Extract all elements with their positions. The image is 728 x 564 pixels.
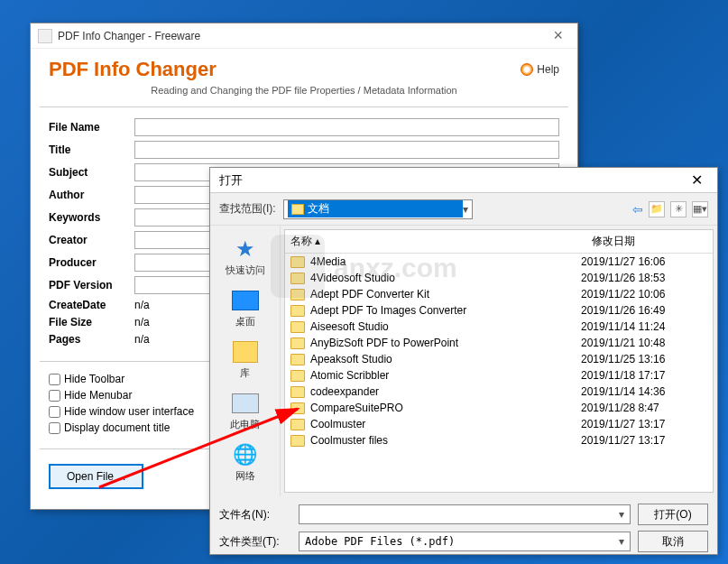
new-folder-icon[interactable]: ✳ (670, 201, 687, 217)
list-item[interactable]: CompareSuitePRO2019/11/28 8:47 (285, 400, 713, 416)
place-library[interactable]: 库 (210, 334, 280, 385)
chevron-down-icon: ▾ (619, 535, 624, 548)
dialog-bottom: 文件名(N): ▾ 打开(O) 文件类型(T): Adobe PDF Files… (210, 496, 717, 564)
file-list-header: 名称 ▴ 修改日期 (285, 230, 713, 254)
chevron-down-icon: ▾ (463, 203, 468, 216)
folder-icon (290, 370, 305, 382)
place-network[interactable]: 🌐网络 (210, 437, 280, 488)
dialog-title: 打开 (219, 172, 243, 189)
check-hide-toolbar[interactable] (49, 374, 60, 385)
folder-icon (290, 256, 305, 268)
titlebar[interactable]: PDF Info Changer - Freeware × (31, 23, 577, 49)
file-list[interactable]: 名称 ▴ 修改日期 4Media2019/11/27 16:064Videoso… (284, 229, 714, 493)
open-button[interactable]: 打开(O) (638, 504, 708, 525)
open-dialog: 打开 ✕ 查找范围(I): 文档 ▾ ⇦ 📁 ✳ ▦▾ ★快速访问 桌面 库 此… (209, 167, 718, 555)
list-item[interactable]: codeexpander2019/11/14 14:36 (285, 384, 713, 400)
list-item[interactable]: 4Media2019/11/27 16:06 (285, 254, 713, 270)
col-date[interactable]: 修改日期 (586, 230, 713, 253)
folder-icon (290, 402, 305, 414)
input-filename[interactable] (134, 118, 559, 136)
close-icon[interactable]: × (546, 26, 570, 45)
cancel-button[interactable]: 取消 (638, 531, 708, 552)
check-hide-menubar[interactable] (49, 390, 60, 402)
chevron-down-icon: ▾ (619, 508, 624, 521)
list-item[interactable]: Adept PDF To Images Converter2019/11/26 … (285, 302, 713, 319)
app-title: PDF Info Changer (49, 58, 217, 81)
list-item[interactable]: Aiseesoft Studio2019/11/14 11:24 (285, 319, 713, 335)
up-folder-icon[interactable]: 📁 (649, 201, 665, 217)
label-creator: Creator (49, 234, 134, 246)
label-subject: Subject (49, 166, 134, 179)
list-item[interactable]: 4Videosoft Studio2019/11/26 18:53 (285, 270, 713, 286)
desktop-icon (232, 291, 259, 310)
filename-label: 文件名(N): (219, 507, 291, 522)
dialog-close-icon[interactable]: ✕ (686, 171, 708, 189)
label-pages: Pages (49, 333, 134, 346)
window-title: PDF Info Changer - Freeware (58, 30, 200, 42)
subtitle: Reading and Changing the PDF file Proper… (49, 85, 559, 96)
input-title[interactable] (134, 141, 559, 159)
list-item[interactable]: Atomic Scribbler2019/11/18 17:17 (285, 367, 713, 384)
place-quick[interactable]: ★快速访问 (210, 231, 280, 282)
label-pdfversion: PDF Version (49, 279, 134, 291)
folder-icon (290, 337, 305, 349)
label-producer: Producer (49, 256, 134, 269)
lookin-label: 查找范围(I): (219, 201, 276, 217)
label-filename: File Name (49, 121, 134, 134)
app-icon (38, 29, 52, 43)
pc-icon (232, 393, 259, 413)
folder-icon (290, 321, 305, 333)
check-display-doctitle[interactable] (49, 422, 60, 434)
list-item[interactable]: Apeaksoft Studio2019/11/25 13:16 (285, 351, 713, 367)
list-item[interactable]: Coolmuster2019/11/27 13:17 (285, 416, 713, 432)
label-author: Author (49, 189, 134, 201)
folder-icon (290, 273, 305, 284)
lookin-select[interactable]: 文档 ▾ (283, 199, 473, 219)
dialog-body: ★快速访问 桌面 库 此电脑 🌐网络 名称 ▴ 修改日期 4Media2019/… (210, 226, 717, 496)
sort-asc-icon: ▴ (315, 235, 320, 247)
view-menu-icon[interactable]: ▦▾ (692, 201, 708, 217)
dialog-toolbar: 查找范围(I): 文档 ▾ ⇦ 📁 ✳ ▦▾ (210, 193, 717, 226)
library-icon (233, 341, 258, 363)
folder-icon (290, 386, 305, 398)
folder-icon (290, 289, 305, 300)
col-name[interactable]: 名称 ▴ (285, 230, 586, 253)
help-link[interactable]: Help (521, 63, 559, 76)
list-item[interactable]: Coolmuster files2019/11/27 13:17 (285, 432, 713, 448)
label-createdate: CreateDate (49, 299, 134, 311)
list-item[interactable]: Adept PDF Converter Kit2019/11/22 10:06 (285, 286, 713, 302)
filetype-select[interactable]: Adobe PDF Files (*.pdf)▾ (299, 532, 631, 551)
folder-icon (290, 419, 305, 430)
label-title: Title (49, 143, 134, 156)
filetype-label: 文件类型(T): (219, 534, 291, 550)
network-icon: 🌐 (231, 442, 260, 467)
open-file-button[interactable]: Open File ... (49, 464, 143, 489)
back-icon[interactable]: ⇦ (632, 202, 643, 217)
divider (40, 106, 568, 107)
folder-icon (291, 204, 304, 215)
list-item[interactable]: AnyBizSoft PDF to PowerPoint2019/11/21 1… (285, 335, 713, 351)
dialog-titlebar[interactable]: 打开 ✕ (210, 168, 717, 193)
header: PDF Info Changer Help Reading and Changi… (31, 49, 577, 103)
place-thispc[interactable]: 此电脑 (210, 385, 280, 437)
folder-icon (290, 354, 305, 365)
help-icon (521, 63, 533, 76)
filename-input[interactable]: ▾ (299, 504, 631, 524)
star-icon: ★ (231, 236, 260, 262)
label-filesize: File Size (49, 316, 134, 328)
check-hide-windowui[interactable] (49, 406, 60, 418)
folder-icon (290, 435, 305, 447)
place-desktop[interactable]: 桌面 (210, 282, 280, 334)
label-keywords: Keywords (49, 211, 134, 224)
places-bar: ★快速访问 桌面 库 此电脑 🌐网络 (210, 226, 281, 496)
folder-icon (290, 305, 305, 317)
